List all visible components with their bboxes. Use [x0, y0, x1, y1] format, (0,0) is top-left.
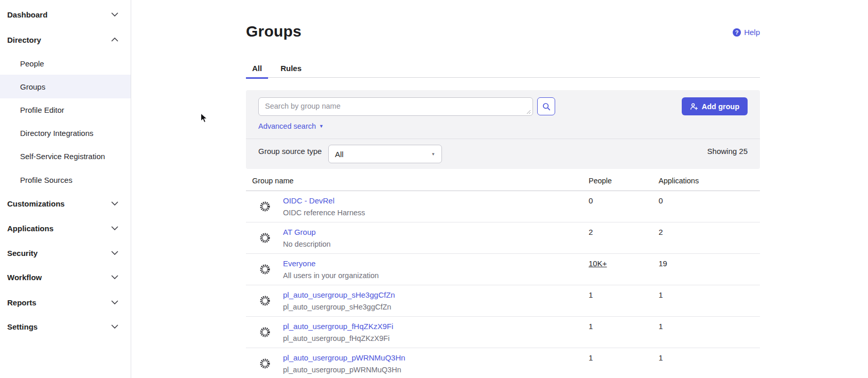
- group-description: pl_auto_usergroup_fHqZKzX9Fi: [283, 334, 389, 342]
- group-description: No description: [283, 240, 331, 248]
- group-source-type-label: Group source type: [258, 147, 322, 156]
- sidebar-item-workflow[interactable]: Workflow: [0, 265, 131, 289]
- sidebar-item-label: Profile Sources: [20, 176, 73, 184]
- sidebar-item-label: Profile Editor: [20, 106, 64, 114]
- chevron-down-icon: [111, 201, 118, 205]
- tab-bar: All Rules: [246, 59, 760, 78]
- sidebar-item-label: Directory: [7, 36, 41, 44]
- people-count: 2: [589, 228, 593, 236]
- group-description: pl_auto_usergroup_sHe3ggCfZn: [283, 303, 391, 311]
- table-row: pl_auto_usergroup_fHqZKzX9Fi pl_auto_use…: [246, 317, 760, 348]
- panel-divider: [246, 139, 760, 139]
- sidebar-item-customizations[interactable]: Customizations: [0, 192, 131, 215]
- column-applications: Applications: [659, 177, 699, 185]
- page-title: Groups: [246, 23, 302, 40]
- help-label: Help: [744, 28, 760, 37]
- sidebar-item-label: Directory Integrations: [20, 129, 94, 138]
- sidebar-item-profile-editor[interactable]: Profile Editor: [0, 98, 131, 122]
- search-filter-panel: Add group Advanced search ▼ Group source…: [246, 90, 760, 169]
- chevron-down-icon: [111, 324, 118, 329]
- sidebar-item-label: Applications: [7, 224, 54, 233]
- sidebar-item-label: Customizations: [7, 199, 65, 208]
- search-button[interactable]: [537, 97, 555, 115]
- sidebar-item-label: Self-Service Registration: [20, 152, 105, 161]
- help-link[interactable]: ? Help: [733, 28, 760, 37]
- select-caret-icon: ▼: [431, 152, 435, 157]
- sidebar-item-self-service-registration[interactable]: Self-Service Registration: [0, 144, 131, 168]
- group-icon: [259, 295, 271, 307]
- table-header: Group name People Applications: [246, 173, 760, 191]
- chevron-down-icon: [111, 275, 118, 279]
- sidebar-item-profile-sources[interactable]: Profile Sources: [0, 168, 131, 192]
- add-group-button[interactable]: Add group: [682, 97, 748, 115]
- group-source-type-select[interactable]: All ▼: [328, 145, 442, 163]
- applications-count: 1: [659, 322, 663, 331]
- chevron-up-icon: [111, 38, 118, 42]
- sidebar-item-directory[interactable]: Directory: [0, 28, 131, 51]
- sidebar-item-label: Security: [7, 249, 38, 257]
- group-name-link[interactable]: pl_auto_usergroup_sHe3ggCfZn: [283, 290, 395, 299]
- sidebar-item-label: Workflow: [7, 273, 42, 282]
- search-input[interactable]: [258, 97, 533, 116]
- group-icon: [259, 200, 271, 213]
- group-icon: [259, 263, 271, 276]
- table-row: pl_auto_usergroup_sHe3ggCfZn pl_auto_use…: [246, 285, 760, 317]
- chevron-down-icon: [111, 251, 118, 255]
- sidebar-item-label: Reports: [7, 298, 37, 307]
- sidebar-item-security[interactable]: Security: [0, 241, 131, 265]
- search-icon: [542, 102, 551, 111]
- group-icon: [259, 357, 271, 370]
- sidebar: Dashboard Directory People Groups Profil…: [0, 0, 131, 378]
- sidebar-item-label: People: [20, 59, 44, 68]
- sidebar-item-label: Groups: [20, 82, 45, 91]
- advanced-search-link[interactable]: Advanced search ▼: [258, 122, 324, 130]
- chevron-down-icon: [111, 300, 118, 304]
- table-row: pl_auto_usergroup_pWRNMuQ3Hn pl_auto_use…: [246, 348, 760, 378]
- group-name-link[interactable]: pl_auto_usergroup_fHqZKzX9Fi: [283, 322, 393, 331]
- sidebar-item-directory-integrations[interactable]: Directory Integrations: [0, 121, 131, 145]
- group-name-link[interactable]: OIDC - DevRel: [283, 196, 334, 205]
- mouse-cursor: [200, 113, 208, 124]
- sidebar-item-label: Settings: [7, 322, 38, 331]
- sidebar-item-dashboard[interactable]: Dashboard: [0, 3, 131, 26]
- people-count: 1: [589, 290, 593, 299]
- chevron-down-icon: [111, 12, 118, 16]
- sidebar-item-settings[interactable]: Settings: [0, 315, 131, 338]
- applications-count: 2: [659, 228, 663, 236]
- group-name-link[interactable]: AT Group: [283, 228, 316, 236]
- applications-count: 1: [659, 353, 663, 362]
- advanced-search-label: Advanced search: [258, 122, 316, 130]
- group-name-link[interactable]: Everyone: [283, 259, 315, 268]
- table-row: AT Group No description 2 2: [246, 222, 760, 254]
- applications-count: 19: [659, 259, 667, 268]
- group-description: All users in your organization: [283, 271, 379, 280]
- people-count: 1: [589, 322, 593, 331]
- group-name-link[interactable]: pl_auto_usergroup_pWRNMuQ3Hn: [283, 353, 405, 362]
- applications-count: 1: [659, 290, 663, 299]
- column-people: People: [589, 177, 612, 185]
- sidebar-item-reports[interactable]: Reports: [0, 290, 131, 314]
- applications-count: 0: [659, 196, 663, 205]
- sidebar-item-groups[interactable]: Groups: [0, 75, 131, 98]
- column-group-name: Group name: [252, 177, 294, 185]
- person-plus-icon: [690, 102, 698, 111]
- people-count: 0: [589, 196, 593, 205]
- tab-all[interactable]: All: [246, 59, 268, 79]
- caret-down-icon: ▼: [319, 124, 324, 129]
- group-icon: [259, 232, 271, 244]
- group-description: pl_auto_usergroup_pWRNMuQ3Hn: [283, 366, 401, 374]
- add-group-label: Add group: [702, 102, 739, 111]
- sidebar-item-people[interactable]: People: [0, 51, 131, 75]
- help-icon: ?: [733, 28, 741, 37]
- group-icon: [259, 326, 271, 338]
- tab-rules[interactable]: Rules: [274, 59, 308, 79]
- sidebar-item-label: Dashboard: [7, 10, 47, 19]
- people-count[interactable]: 10K+: [589, 259, 607, 268]
- table-row: Everyone All users in your organization …: [246, 254, 760, 285]
- chevron-down-icon: [111, 226, 118, 230]
- showing-count: Showing 25: [707, 147, 748, 156]
- table-row: OIDC - DevRel OIDC reference Harness 0 0: [246, 191, 760, 222]
- people-count: 1: [589, 353, 593, 362]
- select-value: All: [335, 150, 344, 159]
- sidebar-item-applications[interactable]: Applications: [0, 216, 131, 240]
